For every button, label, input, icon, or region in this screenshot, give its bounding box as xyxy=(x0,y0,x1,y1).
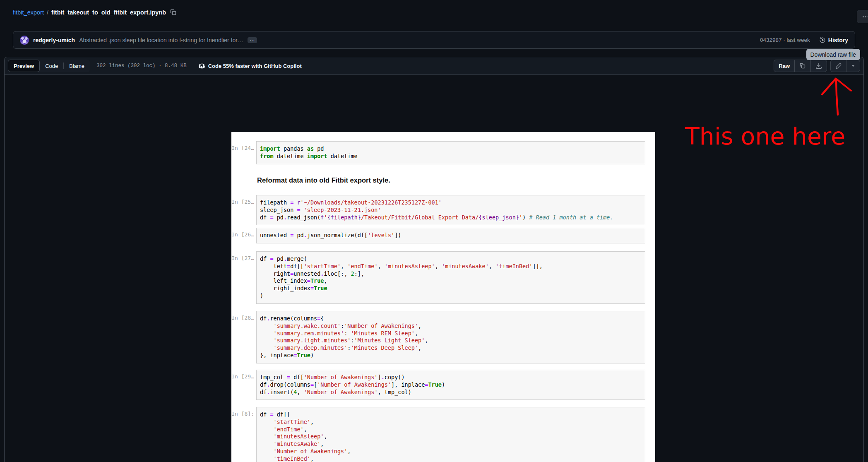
breadcrumb-filename: fitbit_takeout_to_old_fitbit_export.ipyn… xyxy=(51,9,166,16)
code-cell: In [26…unnested = pd.json_normalize(df['… xyxy=(231,228,655,243)
breadcrumb: fitbit_export / fitbit_takeout_to_old_fi… xyxy=(13,9,177,16)
raw-button[interactable]: Raw xyxy=(774,60,794,72)
latest-commit-bar: redgerly-umich Abstracted .json sleep fi… xyxy=(13,31,855,49)
commit-message-expand-button[interactable]: ⋯ xyxy=(248,37,257,43)
cell-source: filepath = r'~/Downloads/takeout-2023122… xyxy=(256,195,645,225)
copilot-banner[interactable]: Code 55% faster with GitHub Copilot xyxy=(198,63,302,70)
code-cell: In [25…filepath = r'~/Downloads/takeout-… xyxy=(231,195,655,225)
copilot-icon xyxy=(198,63,205,70)
history-button[interactable]: History xyxy=(819,37,848,43)
code-cell: In [29…tmp_col = df['Number of Awakening… xyxy=(231,370,655,400)
breadcrumb-separator: / xyxy=(44,9,51,16)
download-raw-button[interactable] xyxy=(810,60,827,72)
download-tooltip: Download raw file xyxy=(806,49,861,60)
tab-preview[interactable]: Preview xyxy=(8,60,40,72)
file-container: Preview Code Blame 302 lines (302 loc) ·… xyxy=(4,57,864,462)
view-switcher: Preview Code Blame xyxy=(8,60,90,72)
cell-prompt: In [25… xyxy=(231,195,254,205)
cell-prompt: In [24… xyxy=(231,141,254,151)
cell-prompt: In [26… xyxy=(231,228,254,238)
tab-blame[interactable]: Blame xyxy=(64,60,90,72)
cell-prompt: In [28… xyxy=(231,311,254,321)
copilot-banner-text: Code 55% faster with GitHub Copilot xyxy=(208,63,302,69)
file-toolbar: Preview Code Blame 302 lines (302 loc) ·… xyxy=(5,57,863,75)
cell-prompt: In [29… xyxy=(231,370,254,380)
avatar[interactable] xyxy=(20,36,29,45)
code-cell: In [24…import pandas as pdfrom datetime … xyxy=(231,141,655,164)
cell-source: tmp_col = df['Number of Awakenings'].cop… xyxy=(256,370,645,400)
breadcrumb-repo-link[interactable]: fitbit_export xyxy=(13,9,44,16)
cell-source: df.rename(columns={ 'summary.wake.count'… xyxy=(256,311,645,363)
cell-source: df = pd.merge( left=df[['startTime', 'en… xyxy=(256,251,645,304)
edit-dropdown-caret[interactable] xyxy=(846,60,860,72)
copy-raw-button[interactable] xyxy=(794,60,810,72)
copy-path-icon[interactable] xyxy=(170,9,177,16)
edit-button-group xyxy=(830,60,860,72)
cell-prompt: In [8]: xyxy=(231,407,254,417)
commit-author[interactable]: redgerly-umich xyxy=(33,37,75,43)
commit-sha-and-time[interactable]: 0432987 · last week xyxy=(760,37,810,43)
cell-source: df = df[[ 'startTime', 'endTime', 'minut… xyxy=(256,407,645,462)
raw-button-group: Raw xyxy=(774,60,827,72)
cell-prompt: In [27… xyxy=(231,251,254,261)
markdown-cell: Reformat data into old Fitbit export sty… xyxy=(257,176,645,184)
history-icon xyxy=(819,37,826,43)
code-cell: In [28…df.rename(columns={ 'summary.wake… xyxy=(231,311,655,363)
cell-source: unnested = pd.json_normalize(df['levels'… xyxy=(256,228,645,243)
cell-source: import pandas as pdfrom datetime import … xyxy=(256,141,645,164)
code-cell: In [27…df = pd.merge( left=df[['startTim… xyxy=(231,251,655,304)
page-kebab-button[interactable] xyxy=(857,10,868,23)
code-cell: In [8]:df = df[[ 'startTime', 'endTime',… xyxy=(231,407,655,462)
commit-message[interactable]: Abstracted .json sleep file location int… xyxy=(79,37,243,43)
file-info: 302 lines (302 loc) · 8.48 KB xyxy=(96,63,187,69)
tab-code[interactable]: Code xyxy=(40,60,63,72)
notebook-panel: In [24…import pandas as pdfrom datetime … xyxy=(231,132,655,462)
history-label: History xyxy=(828,37,848,43)
edit-pencil-button[interactable] xyxy=(831,60,846,72)
